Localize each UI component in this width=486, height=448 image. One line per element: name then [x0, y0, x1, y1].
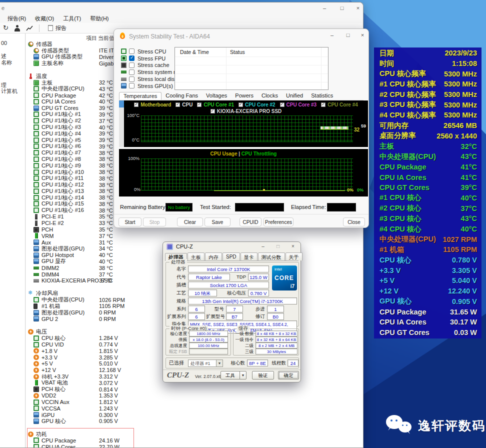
legend-item[interactable]: KIOXIA-EXCERIA PRO SSD: [210, 108, 282, 114]
legend-item[interactable]: CPU Core #1: [197, 102, 234, 108]
minimize-icon[interactable]: –: [328, 32, 336, 39]
osd-row: CPU IA Cores41°C: [374, 172, 482, 182]
legend-item[interactable]: CPU: [176, 102, 192, 108]
checkbox[interactable]: [129, 56, 134, 61]
menu-item[interactable]: 帮助(H): [86, 15, 113, 22]
tab-temperatures[interactable]: Temperatures: [119, 92, 162, 100]
cpuid-button[interactable]: CPUID: [240, 218, 262, 226]
tab-主板[interactable]: 主板: [188, 252, 204, 260]
test-log-list[interactable]: Date & Time Status: [174, 47, 328, 90]
checkbox[interactable]: [280, 102, 284, 107]
sidebar-item-fragment[interactable]: 00: [1, 40, 7, 46]
tab-voltages[interactable]: Voltages: [202, 92, 231, 100]
tree-row-label: GPU 显存: [42, 258, 66, 265]
log-column-status[interactable]: Status: [230, 49, 245, 55]
desktop-screen: 逸轩评数码 e – □ × 报告(R)收藏(O)工具(T)帮助(H) ↻ 报告 …: [0, 0, 486, 448]
checkbox[interactable]: [210, 109, 215, 114]
minimize-icon[interactable]: –: [259, 243, 267, 250]
chip-icon: [34, 124, 39, 130]
menu-item[interactable]: 工具(T): [58, 15, 86, 22]
tab-clocks[interactable]: Clocks: [258, 92, 282, 100]
monitor-icon: [34, 316, 39, 322]
refresh-icon[interactable]: ↻: [3, 24, 8, 32]
osd-row: CPU Package41°C: [374, 162, 482, 172]
preferences-button[interactable]: Preferences: [264, 218, 294, 226]
validate-button[interactable]: 验证: [252, 371, 274, 380]
titlebar[interactable]: e – □ ×: [0, 2, 363, 14]
stepping-field: 1: [267, 306, 284, 312]
clear-button[interactable]: Clear: [177, 218, 203, 226]
status-fields: Remaining Battery: No battery Test Start…: [120, 203, 362, 212]
sidebar-item-fragment[interactable]: 名称: [1, 59, 12, 66]
checkbox[interactable]: [129, 62, 134, 68]
tree-row-label: CPU IA Cores: [42, 98, 76, 104]
tree-row[interactable]: VDD21.353 V: [26, 392, 363, 399]
checkbox[interactable]: [321, 102, 326, 107]
processor-select[interactable]: 处理器 #1▼: [188, 360, 223, 367]
maximize-icon[interactable]: □: [338, 5, 346, 12]
field-label: 工艺: [167, 290, 186, 296]
processor-group: 处理器 名字 Intel Core i7 13700K intel CORE i…: [166, 262, 299, 326]
tab-powers[interactable]: Powers: [231, 92, 258, 100]
maximize-icon[interactable]: □: [344, 32, 352, 39]
temperature-graph: MotherboardCPUCPU Core #1CPU Core #2CPU …: [119, 100, 368, 147]
legend-item[interactable]: CPU Core #2: [238, 102, 276, 108]
tools-button[interactable]: 工具▼: [220, 371, 246, 380]
save-button[interactable]: Save: [204, 218, 230, 226]
checkbox[interactable]: [129, 83, 134, 88]
log-column-datetime[interactable]: Date & Time: [180, 49, 209, 55]
menu-item[interactable]: 报告(R): [3, 15, 30, 22]
ok-button[interactable]: 确定: [278, 371, 299, 380]
checkbox[interactable]: [134, 102, 138, 107]
tab-显卡[interactable]: 显卡: [240, 252, 258, 260]
tab-内存[interactable]: 内存: [205, 252, 222, 260]
osd-row-label: CPU GT Cores: [380, 328, 430, 336]
osd-row-value: 43°C: [461, 152, 477, 160]
close-icon[interactable]: ×: [354, 5, 362, 12]
checkbox[interactable]: [197, 102, 202, 107]
graph-scrollbar[interactable]: [119, 100, 124, 147]
user-icon[interactable]: [14, 25, 20, 32]
tab-cooling-fans[interactable]: Cooling Fans: [162, 92, 202, 100]
tab-测试分数[interactable]: 测试分数: [258, 252, 285, 260]
checkbox[interactable]: [238, 102, 243, 107]
osd-row-value: 31.65 W: [450, 308, 477, 316]
close-icon[interactable]: ×: [289, 243, 297, 250]
titlebar[interactable]: CPU-Z – □ ×: [163, 242, 300, 252]
version-label: Ver. 2.07.0.x64: [195, 374, 224, 379]
checkbox[interactable]: [129, 48, 134, 54]
tab-unified[interactable]: Unified: [282, 92, 307, 100]
tree-row[interactable]: VCCIN Aux1.812 V: [26, 399, 363, 406]
checkbox[interactable]: [176, 102, 180, 107]
tree-row-label: +5 V: [42, 360, 53, 366]
tree-row-label: VDD2: [42, 392, 56, 398]
report-button[interactable]: 报告: [45, 24, 70, 33]
tree-row[interactable]: iGPU0.300 V: [26, 412, 363, 418]
tree-row-value: 39 °C: [99, 144, 113, 150]
legend-item[interactable]: Motherboard: [134, 102, 171, 108]
menu-item[interactable]: 收藏(O): [30, 15, 58, 22]
checkbox[interactable]: [129, 70, 134, 75]
legend-item[interactable]: CPU Core #3: [280, 102, 317, 108]
fpu-icon: [121, 56, 126, 61]
osd-row: #4 CPU 核心频率5300 MHz: [374, 110, 482, 120]
close-button[interactable]: Close: [343, 218, 365, 226]
sidebar-item-fragment[interactable]: 计算机: [1, 88, 18, 95]
tab-关于[interactable]: 关于: [286, 252, 302, 260]
chart-icon[interactable]: [26, 25, 34, 32]
tree-row[interactable]: PCH 核心0.814 V: [26, 386, 363, 392]
tab-SPD[interactable]: SPD: [222, 252, 240, 260]
osd-row-label: #4 CPU 核心: [380, 224, 422, 234]
checkbox[interactable]: [129, 76, 134, 82]
monitor-icon: [34, 54, 39, 60]
close-icon[interactable]: ×: [358, 32, 366, 39]
thermometer-icon: [28, 74, 34, 79]
tree-row[interactable]: GPU 核心0.905 V: [26, 418, 363, 424]
tree-row[interactable]: VCCSA1.243 V: [26, 406, 363, 412]
tab-statistics[interactable]: Statistics: [307, 92, 337, 100]
tree-row[interactable]: VRM37 °C: [26, 232, 363, 239]
minimize-icon[interactable]: –: [320, 5, 328, 12]
current-value: 0%: [357, 188, 364, 192]
start-button[interactable]: Start: [118, 218, 142, 226]
legend-item[interactable]: CPU Core #4: [321, 102, 358, 108]
